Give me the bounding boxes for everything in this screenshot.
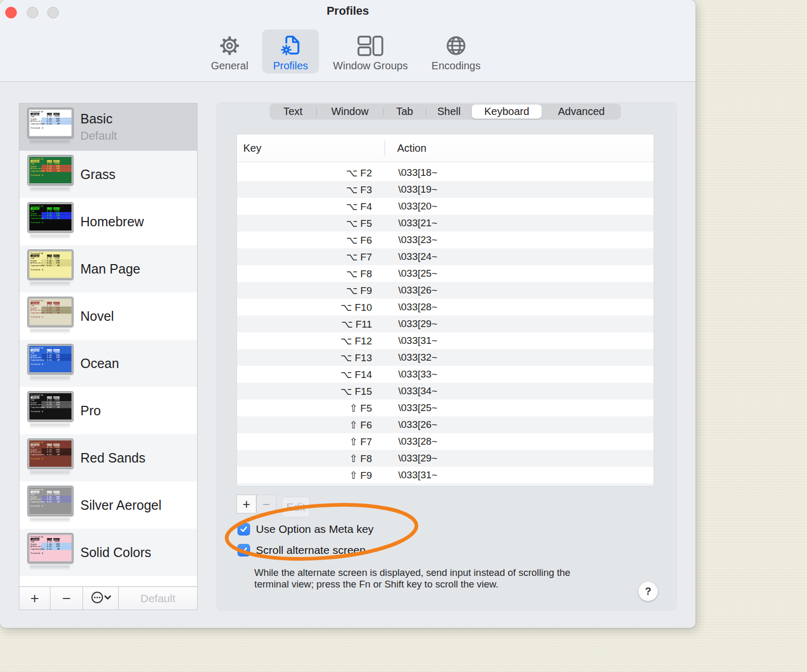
profile-thumbnail: Terminal1#COMMAND %CPU RPRVTtop 4.1% 231… bbox=[28, 486, 73, 516]
action-cell: \033[33~ bbox=[372, 369, 438, 380]
table-row[interactable]: ⌥ F9\033[26~ bbox=[237, 282, 654, 299]
profile-thumbnail: Terminal1#COMMAND %CPU RPRVTtop 4.1% 231… bbox=[28, 439, 73, 468]
table-row[interactable]: ⌥ F8\033[25~ bbox=[237, 265, 654, 282]
profile-default-badge: Default bbox=[80, 129, 117, 143]
table-row[interactable]: ⌥ F13\033[32~ bbox=[237, 349, 654, 366]
tab-keyboard[interactable]: Keyboard bbox=[472, 104, 542, 119]
add-profile-button[interactable]: + bbox=[19, 587, 50, 610]
use-option-as-meta-key-checkbox[interactable] bbox=[237, 523, 250, 536]
thumbnail-reflection bbox=[30, 518, 70, 523]
table-row[interactable]: ⌥ F15\033[34~ bbox=[237, 383, 654, 400]
table-row[interactable]: ⇧ F5\033[25~ bbox=[237, 400, 654, 416]
table-row[interactable]: ⌥ F10\033[28~ bbox=[237, 299, 654, 316]
profile-row-novel[interactable]: Terminal1#COMMAND %CPU RPRVTtop 4.1% 231… bbox=[19, 292, 197, 340]
key-cell: ⌥ F5 bbox=[237, 217, 372, 229]
profile-document-icon bbox=[278, 29, 303, 58]
profile-row-man-page[interactable]: Terminal1#COMMAND %CPU RPRVTtop 4.1% 231… bbox=[19, 245, 197, 292]
tab-window[interactable]: Window bbox=[317, 103, 383, 120]
column-header-key[interactable]: Key bbox=[243, 142, 261, 154]
column-divider[interactable] bbox=[385, 140, 385, 156]
profile-name: Grass bbox=[80, 167, 116, 182]
toolbar-item-label: General bbox=[211, 60, 248, 72]
action-cell: \033[29~ bbox=[372, 318, 438, 330]
key-cell: ⌥ F4 bbox=[237, 201, 372, 213]
profile-row-silver-aerogel[interactable]: Terminal1#COMMAND %CPU RPRVTtop 4.1% 231… bbox=[19, 481, 197, 529]
profile-row-red-sands[interactable]: Terminal1#COMMAND %CPU RPRVTtop 4.1% 231… bbox=[19, 434, 197, 481]
key-cell: ⌥ F3 bbox=[237, 184, 372, 196]
action-cell: \033[18~ bbox=[372, 167, 438, 178]
toolbar-item-label: Window Groups bbox=[333, 60, 408, 72]
key-cell: ⇧ F6 bbox=[237, 419, 372, 431]
tab-shell[interactable]: Shell bbox=[426, 103, 472, 120]
profiles-settings-panel: TextWindowTabShellKeyboardAdvanced Key A… bbox=[216, 103, 676, 610]
profile-row-grass[interactable]: Terminal1#COMMAND %CPU RPRVTtop 4.1% 231… bbox=[19, 151, 197, 198]
action-cell: \033[24~ bbox=[372, 251, 438, 262]
column-header-action[interactable]: Action bbox=[397, 142, 427, 154]
help-button[interactable]: ? bbox=[638, 582, 658, 601]
profile-row-homebrew[interactable]: Terminal1#COMMAND %CPU RPRVTtop 4.1% 231… bbox=[19, 198, 197, 245]
table-row[interactable]: ⌥ F5\033[21~ bbox=[237, 215, 654, 232]
toolbar-item-profiles[interactable]: Profiles bbox=[246, 29, 335, 74]
profile-name: Silver Aerogel bbox=[80, 498, 161, 513]
key-cell: ⌥ F2 bbox=[237, 167, 372, 179]
scroll-alternate-screen-checkbox[interactable] bbox=[237, 544, 250, 556]
table-row[interactable]: ⌥ F7\033[24~ bbox=[237, 248, 654, 265]
key-cell: ⌥ F6 bbox=[237, 234, 372, 246]
scroll-alternate-screen-row: Scroll alternate screen bbox=[237, 544, 366, 556]
profile-row-pro[interactable]: Terminal1#COMMAND %CPU RPRVTtop 4.1% 231… bbox=[19, 387, 197, 434]
action-cell: \033[29~ bbox=[372, 453, 438, 464]
settings-tab-bar: TextWindowTabShellKeyboardAdvanced bbox=[270, 103, 621, 120]
table-row[interactable]: ⇧ F8\033[29~ bbox=[237, 450, 654, 467]
table-row[interactable]: ⌥ F4\033[20~ bbox=[237, 198, 654, 215]
toolbar-item-encodings[interactable]: Encodings bbox=[411, 29, 501, 74]
tab-advanced[interactable]: Advanced bbox=[542, 103, 621, 120]
action-cell: \033[28~ bbox=[372, 436, 438, 447]
profile-name: Basic bbox=[80, 111, 112, 127]
action-cell: \033[31~ bbox=[372, 469, 438, 481]
edit-key-mapping-button[interactable]: Edit bbox=[282, 497, 310, 518]
table-row[interactable]: ⌥ F2\033[18~ bbox=[237, 164, 654, 181]
toolbar-item-window-groups[interactable]: Window Groups bbox=[326, 29, 415, 74]
use-option-as-meta-key-label: Use Option as Meta key bbox=[256, 523, 374, 536]
sidebar-actions: + − Default bbox=[19, 586, 197, 610]
profile-thumbnail: Terminal1#COMMAND %CPU RPRVTtop 4.1% 231… bbox=[28, 203, 73, 232]
table-row[interactable]: ⌥ F11\033[29~ bbox=[237, 316, 654, 332]
thumbnail-reflection bbox=[30, 424, 70, 428]
profile-row-ocean[interactable]: Terminal1#COMMAND %CPU RPRVTtop 4.1% 231… bbox=[19, 340, 197, 387]
window-title: Profiles bbox=[0, 4, 696, 18]
table-row[interactable]: ⇧ F6\033[26~ bbox=[237, 416, 654, 433]
key-cell: ⌥ F12 bbox=[237, 335, 372, 347]
profile-name: Red Sands bbox=[80, 450, 146, 466]
table-row[interactable]: ⇧ F7\033[28~ bbox=[237, 433, 654, 450]
thumbnail-reflection bbox=[30, 329, 70, 334]
action-cell: \033[34~ bbox=[372, 385, 438, 397]
profile-row-solid-colors[interactable]: Terminal1#COMMAND %CPU RPRVTtop 4.1% 231… bbox=[19, 529, 197, 576]
globe-icon bbox=[444, 29, 468, 58]
key-cell: ⌥ F10 bbox=[237, 301, 372, 313]
table-row[interactable]: ⌥ F3\033[19~ bbox=[237, 181, 654, 198]
add-key-mapping-button[interactable]: + bbox=[236, 495, 256, 513]
remove-profile-button[interactable]: − bbox=[50, 587, 83, 610]
key-cell: ⌥ F11 bbox=[237, 318, 372, 330]
profile-name: Solid Colors bbox=[80, 545, 151, 560]
key-cell: ⌥ F7 bbox=[237, 251, 372, 263]
key-cell: ⇧ F5 bbox=[237, 402, 372, 414]
tab-tab[interactable]: Tab bbox=[384, 103, 426, 120]
profile-row-basic[interactable]: Terminal1#COMMAND %CPU RPRVTtop 4.1% 231… bbox=[19, 103, 197, 151]
table-row[interactable]: ⌥ F12\033[31~ bbox=[237, 332, 654, 349]
more-options-button[interactable] bbox=[83, 587, 119, 610]
table-row[interactable]: ⇧ F9\033[31~ bbox=[237, 467, 654, 484]
tab-text[interactable]: Text bbox=[270, 103, 316, 120]
thumbnail-reflection bbox=[30, 565, 70, 570]
profile-thumbnail: Terminal1#COMMAND %CPU RPRVTtop 4.1% 231… bbox=[28, 155, 73, 185]
key-cell: ⌥ F8 bbox=[237, 268, 372, 280]
remove-key-mapping-button[interactable]: − bbox=[256, 495, 276, 513]
table-row[interactable]: ⌥ F6\033[23~ bbox=[237, 232, 654, 248]
use-option-as-meta-key-row: Use Option as Meta key bbox=[237, 523, 374, 536]
profile-thumbnail: Terminal1#COMMAND %CPU RPRVTtop 4.1% 231… bbox=[28, 297, 73, 327]
table-row[interactable]: ⌥ F14\033[33~ bbox=[237, 366, 654, 383]
titlebar: Profiles General bbox=[0, 0, 696, 82]
window-groups-icon bbox=[357, 29, 384, 58]
set-default-button[interactable]: Default bbox=[119, 587, 197, 610]
table-header: Key Action bbox=[237, 134, 654, 162]
